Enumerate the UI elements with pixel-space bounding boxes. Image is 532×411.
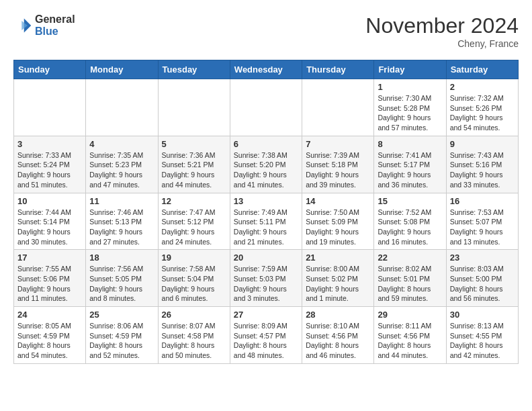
calendar-day-cell: 23Sunrise: 8:03 AM Sunset: 5:00 PM Dayli… xyxy=(446,250,518,307)
day-of-week-header: Saturday xyxy=(446,60,518,79)
day-number: 2 xyxy=(450,82,515,92)
calendar-day-cell: 16Sunrise: 7:53 AM Sunset: 5:07 PM Dayli… xyxy=(446,193,518,250)
calendar-day-cell: 29Sunrise: 8:11 AM Sunset: 4:56 PM Dayli… xyxy=(374,307,446,364)
day-number: 3 xyxy=(17,139,82,149)
day-number: 28 xyxy=(306,310,370,320)
calendar-day-cell: 9Sunrise: 7:43 AM Sunset: 5:16 PM Daylig… xyxy=(446,136,518,193)
logo-general: General xyxy=(35,13,75,25)
day-info: Sunrise: 7:30 AM Sunset: 5:28 PM Dayligh… xyxy=(378,93,442,133)
day-number: 14 xyxy=(306,196,370,206)
calendar-day-cell: 8Sunrise: 7:41 AM Sunset: 5:17 PM Daylig… xyxy=(374,136,446,193)
day-info: Sunrise: 7:35 AM Sunset: 5:23 PM Dayligh… xyxy=(89,150,154,190)
day-of-week-header: Sunday xyxy=(14,60,86,79)
day-number: 10 xyxy=(17,196,82,206)
day-number: 19 xyxy=(162,253,226,263)
calendar-day-cell: 20Sunrise: 7:59 AM Sunset: 5:03 PM Dayli… xyxy=(230,250,302,307)
day-number: 5 xyxy=(162,139,226,149)
logo-blue: Blue xyxy=(35,26,58,37)
day-info: Sunrise: 7:59 AM Sunset: 5:03 PM Dayligh… xyxy=(234,264,298,304)
calendar-day-cell: 24Sunrise: 8:05 AM Sunset: 4:59 PM Dayli… xyxy=(14,307,86,364)
calendar-day-cell: 2Sunrise: 7:32 AM Sunset: 5:26 PM Daylig… xyxy=(446,79,518,136)
day-number: 26 xyxy=(162,310,226,320)
calendar-day-cell: 30Sunrise: 8:13 AM Sunset: 4:55 PM Dayli… xyxy=(446,307,518,364)
calendar-day-cell: 22Sunrise: 8:02 AM Sunset: 5:01 PM Dayli… xyxy=(374,250,446,307)
day-info: Sunrise: 7:32 AM Sunset: 5:26 PM Dayligh… xyxy=(450,93,515,133)
calendar-day-cell xyxy=(230,79,302,136)
day-info: Sunrise: 8:05 AM Sunset: 4:59 PM Dayligh… xyxy=(17,321,82,361)
calendar-day-cell xyxy=(86,79,158,136)
calendar-week-row: 17Sunrise: 7:55 AM Sunset: 5:06 PM Dayli… xyxy=(14,250,519,307)
day-info: Sunrise: 8:10 AM Sunset: 4:56 PM Dayligh… xyxy=(306,321,370,361)
day-number: 15 xyxy=(378,196,442,206)
day-info: Sunrise: 7:50 AM Sunset: 5:09 PM Dayligh… xyxy=(306,208,370,247)
day-number: 29 xyxy=(378,310,442,320)
location: Cheny, France xyxy=(365,38,519,49)
calendar-day-cell xyxy=(302,79,374,136)
day-info: Sunrise: 8:06 AM Sunset: 4:59 PM Dayligh… xyxy=(89,321,154,361)
calendar-day-cell: 1Sunrise: 7:30 AM Sunset: 5:28 PM Daylig… xyxy=(374,79,446,136)
day-number: 25 xyxy=(89,310,154,320)
day-number: 1 xyxy=(378,82,442,92)
day-info: Sunrise: 7:52 AM Sunset: 5:08 PM Dayligh… xyxy=(378,208,442,247)
day-info: Sunrise: 8:13 AM Sunset: 4:55 PM Dayligh… xyxy=(450,321,515,361)
day-of-week-header: Friday xyxy=(374,60,446,79)
day-number: 11 xyxy=(89,196,154,206)
day-info: Sunrise: 7:58 AM Sunset: 5:04 PM Dayligh… xyxy=(162,264,226,304)
calendar-day-cell: 10Sunrise: 7:44 AM Sunset: 5:14 PM Dayli… xyxy=(14,193,86,250)
day-number: 20 xyxy=(234,253,298,263)
day-info: Sunrise: 8:11 AM Sunset: 4:56 PM Dayligh… xyxy=(378,321,442,361)
day-number: 23 xyxy=(450,253,515,263)
day-number: 30 xyxy=(450,310,515,320)
calendar-day-cell xyxy=(158,79,230,136)
page: General Blue November 2024 Cheny, France… xyxy=(0,0,532,377)
day-info: Sunrise: 7:55 AM Sunset: 5:06 PM Dayligh… xyxy=(17,264,82,304)
day-number: 17 xyxy=(17,253,82,263)
calendar-day-cell: 7Sunrise: 7:39 AM Sunset: 5:18 PM Daylig… xyxy=(302,136,374,193)
calendar-week-row: 10Sunrise: 7:44 AM Sunset: 5:14 PM Dayli… xyxy=(14,193,519,250)
day-info: Sunrise: 7:41 AM Sunset: 5:17 PM Dayligh… xyxy=(378,150,442,190)
day-info: Sunrise: 7:39 AM Sunset: 5:18 PM Dayligh… xyxy=(306,150,370,190)
day-info: Sunrise: 7:43 AM Sunset: 5:16 PM Dayligh… xyxy=(450,150,515,190)
day-number: 18 xyxy=(89,253,154,263)
day-info: Sunrise: 7:47 AM Sunset: 5:12 PM Dayligh… xyxy=(162,208,226,247)
title-block: November 2024 Cheny, France xyxy=(365,13,519,49)
month-title: November 2024 xyxy=(365,13,519,38)
day-number: 12 xyxy=(162,196,226,206)
day-info: Sunrise: 7:38 AM Sunset: 5:20 PM Dayligh… xyxy=(234,150,298,190)
day-info: Sunrise: 7:33 AM Sunset: 5:24 PM Dayligh… xyxy=(17,150,82,190)
calendar-day-cell: 28Sunrise: 8:10 AM Sunset: 4:56 PM Dayli… xyxy=(302,307,374,364)
day-of-week-header: Thursday xyxy=(302,60,374,79)
day-number: 7 xyxy=(306,139,370,149)
calendar-day-cell: 27Sunrise: 8:09 AM Sunset: 4:57 PM Dayli… xyxy=(230,307,302,364)
calendar-day-cell: 3Sunrise: 7:33 AM Sunset: 5:24 PM Daylig… xyxy=(14,136,86,193)
day-info: Sunrise: 7:49 AM Sunset: 5:11 PM Dayligh… xyxy=(234,208,298,247)
calendar-day-cell: 21Sunrise: 8:00 AM Sunset: 5:02 PM Dayli… xyxy=(302,250,374,307)
calendar-day-cell: 19Sunrise: 7:58 AM Sunset: 5:04 PM Dayli… xyxy=(158,250,230,307)
calendar-day-cell: 25Sunrise: 8:06 AM Sunset: 4:59 PM Dayli… xyxy=(86,307,158,364)
day-number: 8 xyxy=(378,139,442,149)
day-info: Sunrise: 7:36 AM Sunset: 5:21 PM Dayligh… xyxy=(162,150,226,190)
day-info: Sunrise: 8:02 AM Sunset: 5:01 PM Dayligh… xyxy=(378,264,442,304)
day-number: 6 xyxy=(234,139,298,149)
day-info: Sunrise: 8:00 AM Sunset: 5:02 PM Dayligh… xyxy=(306,264,370,304)
calendar-week-row: 24Sunrise: 8:05 AM Sunset: 4:59 PM Dayli… xyxy=(14,307,519,364)
day-number: 27 xyxy=(234,310,298,320)
day-info: Sunrise: 7:53 AM Sunset: 5:07 PM Dayligh… xyxy=(450,208,515,247)
day-number: 24 xyxy=(17,310,82,320)
calendar-day-cell: 4Sunrise: 7:35 AM Sunset: 5:23 PM Daylig… xyxy=(86,136,158,193)
logo: General Blue xyxy=(13,13,75,37)
calendar-week-row: 3Sunrise: 7:33 AM Sunset: 5:24 PM Daylig… xyxy=(14,136,519,193)
calendar-day-cell: 12Sunrise: 7:47 AM Sunset: 5:12 PM Dayli… xyxy=(158,193,230,250)
day-number: 9 xyxy=(450,139,515,149)
day-info: Sunrise: 7:56 AM Sunset: 5:05 PM Dayligh… xyxy=(89,264,154,304)
day-number: 16 xyxy=(450,196,515,206)
day-number: 21 xyxy=(306,253,370,263)
calendar-day-cell: 6Sunrise: 7:38 AM Sunset: 5:20 PM Daylig… xyxy=(230,136,302,193)
day-of-week-header: Wednesday xyxy=(230,60,302,79)
calendar-week-row: 1Sunrise: 7:30 AM Sunset: 5:28 PM Daylig… xyxy=(14,79,519,136)
calendar-day-cell: 11Sunrise: 7:46 AM Sunset: 5:13 PM Dayli… xyxy=(86,193,158,250)
day-of-week-header: Monday xyxy=(86,60,158,79)
header: General Blue November 2024 Cheny, France xyxy=(13,13,519,49)
day-number: 4 xyxy=(89,139,154,149)
calendar-header-row: SundayMondayTuesdayWednesdayThursdayFrid… xyxy=(14,60,519,79)
